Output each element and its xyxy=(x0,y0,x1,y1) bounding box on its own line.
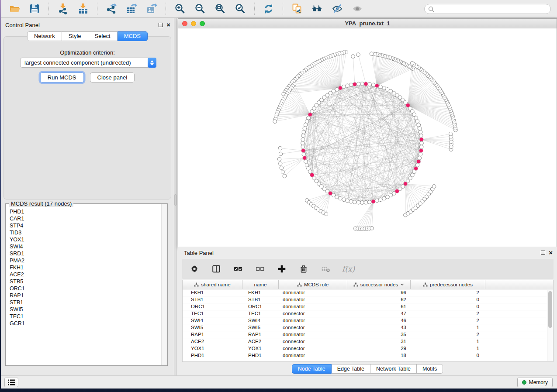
run-mcds-button[interactable]: Run MCDS xyxy=(40,72,84,83)
search-field[interactable] xyxy=(424,4,551,14)
control-panel-title: Control Panel xyxy=(5,22,40,28)
hide-selected-icon[interactable] xyxy=(331,2,344,15)
column-header-name[interactable]: name xyxy=(242,280,279,289)
mcds-result-item[interactable]: ORC1 xyxy=(6,285,161,292)
import-table-icon[interactable] xyxy=(76,2,90,15)
select-all-icon[interactable] xyxy=(233,264,243,274)
table-cell: connector xyxy=(279,338,347,345)
mcds-result-item[interactable]: STB1 xyxy=(6,299,161,306)
apply-layout-icon[interactable] xyxy=(262,2,275,15)
table-cell: 1 xyxy=(411,338,485,345)
tab-select[interactable]: Select xyxy=(88,31,118,41)
search-input[interactable] xyxy=(436,6,547,12)
network-window-titlebar[interactable]: YPA_prune.txt_1 xyxy=(178,19,557,28)
column-header-successor-nodes[interactable]: successor nodes xyxy=(347,280,411,289)
table-row[interactable]: FKH1FKH1dominator962 xyxy=(183,289,553,296)
export-table-icon[interactable] xyxy=(125,2,138,15)
table-row[interactable]: ACE2ACE2connector311 xyxy=(183,338,553,345)
column-header-predecessor-nodes[interactable]: predecessor nodes xyxy=(411,280,485,289)
tab-style[interactable]: Style xyxy=(62,31,88,41)
table-row[interactable]: PHD1PHD1dominator180 xyxy=(183,352,553,359)
memory-label: Memory xyxy=(529,379,548,385)
table-cell: 31 xyxy=(347,338,411,345)
mcds-result-item[interactable]: SRD1 xyxy=(6,250,161,257)
workspace: YPA_prune.txt_1 Table Panel × xyxy=(177,18,557,375)
mcds-result-item[interactable]: SWI4 xyxy=(6,243,161,250)
table-scrollbar[interactable] xyxy=(547,290,553,361)
vertical-splitter[interactable] xyxy=(174,18,177,375)
splitter-grab-handle[interactable] xyxy=(174,194,176,206)
zoom-out-icon[interactable] xyxy=(194,2,207,15)
table-cell: YOX1 xyxy=(183,345,242,352)
mcds-result-item[interactable]: STP4 xyxy=(6,222,161,229)
column-visibility-icon[interactable] xyxy=(211,264,221,274)
export-network-icon[interactable] xyxy=(105,2,118,15)
dropdown-stepper-icon xyxy=(148,58,156,68)
mcds-result-item[interactable]: GCR1 xyxy=(6,320,161,327)
table-cell: 2 xyxy=(411,317,485,324)
duplicate-network-icon[interactable] xyxy=(291,2,304,15)
table-cell: SWI5 xyxy=(242,324,279,331)
criterion-dropdown[interactable]: largest connected component (undirected) xyxy=(20,58,156,68)
close-panel-button[interactable]: Close panel xyxy=(90,72,135,83)
mcds-result-item[interactable]: PHD1 xyxy=(6,208,161,215)
tab-node-table[interactable]: Node Table xyxy=(292,364,332,374)
mcds-result-item[interactable]: TEC1 xyxy=(6,313,161,320)
first-neighbors-icon[interactable] xyxy=(311,2,324,15)
memory-button[interactable]: Memory xyxy=(517,378,553,387)
add-column-icon[interactable] xyxy=(277,264,287,274)
zoom-fit-icon[interactable] xyxy=(214,2,227,15)
column-header-mcds-role[interactable]: MCDS role xyxy=(279,280,347,289)
table-row[interactable]: RAP1RAP1dominator352 xyxy=(183,331,553,338)
tab-mcds[interactable]: MCDS xyxy=(118,31,148,41)
tab-network[interactable]: Network xyxy=(27,31,62,41)
open-file-icon[interactable] xyxy=(8,2,21,15)
mcds-result-item[interactable]: PMA2 xyxy=(6,257,161,264)
ui-settings-button[interactable] xyxy=(4,378,18,387)
mcds-result-list[interactable]: PHD1CAR1STP4TID3YOX1SWI4SRD1PMA2FKH1ACE2… xyxy=(6,204,161,365)
zoom-selected-icon[interactable] xyxy=(234,2,247,15)
table-settings-gear-icon[interactable] xyxy=(189,264,200,274)
export-image-icon[interactable] xyxy=(145,2,158,15)
table-row[interactable]: TEC1TEC1connector472 xyxy=(183,310,553,317)
network-svg[interactable] xyxy=(178,28,557,247)
mcds-list-scrollbar[interactable] xyxy=(161,204,167,365)
delete-row-trash-icon[interactable] xyxy=(298,264,309,274)
mcds-result-item[interactable]: RAP1 xyxy=(6,292,161,299)
table-row[interactable]: YOX1YOX1connector291 xyxy=(183,345,553,352)
mcds-result-item[interactable]: YOX1 xyxy=(6,236,161,243)
float-panel-icon[interactable] xyxy=(159,23,163,27)
table-panel-title: Table Panel xyxy=(184,250,214,256)
sort-desc-icon xyxy=(400,283,404,286)
show-all-icon[interactable] xyxy=(351,2,364,15)
mcds-result-item[interactable]: ACE2 xyxy=(6,271,161,278)
table-row[interactable]: SWI5SWI5connector431 xyxy=(183,324,553,331)
tab-motifs[interactable]: Motifs xyxy=(417,364,443,374)
mcds-result-item[interactable]: FKH1 xyxy=(6,264,161,271)
tab-network-table[interactable]: Network Table xyxy=(370,364,417,374)
mcds-result-item[interactable]: CAR1 xyxy=(6,215,161,222)
mcds-result-item[interactable]: SWI5 xyxy=(6,306,161,313)
deselect-all-icon[interactable] xyxy=(255,264,265,274)
zoom-in-icon[interactable] xyxy=(173,2,187,15)
mcds-result-item[interactable]: TID3 xyxy=(6,229,161,236)
table-row[interactable]: SWI4SWI4dominator462 xyxy=(183,317,553,324)
table-scrollbar-thumb[interactable] xyxy=(548,291,552,328)
mcds-result-item[interactable]: STB5 xyxy=(6,278,161,285)
float-table-panel-icon[interactable] xyxy=(541,251,545,255)
save-session-icon[interactable] xyxy=(28,2,41,15)
table-row[interactable]: ORC1ORC1dominator610 xyxy=(183,303,553,310)
table-cell: connector xyxy=(279,345,347,352)
function-builder-icon-disabled: f(x) xyxy=(342,265,355,273)
close-panel-icon[interactable]: × xyxy=(166,23,170,27)
network-graph[interactable] xyxy=(178,28,557,247)
table-row[interactable]: STB1STB1dominator620 xyxy=(183,296,553,303)
import-network-icon[interactable] xyxy=(56,2,69,15)
table-cell: SWI4 xyxy=(242,317,279,324)
table-cell: PHD1 xyxy=(183,352,242,359)
close-table-panel-icon[interactable]: × xyxy=(549,251,553,255)
memory-status-icon xyxy=(522,380,526,385)
tab-edge-table[interactable]: Edge Table xyxy=(332,364,370,374)
column-header-shared-name[interactable]: shared name xyxy=(183,280,242,289)
table-toolbar: f(x) xyxy=(182,259,554,279)
